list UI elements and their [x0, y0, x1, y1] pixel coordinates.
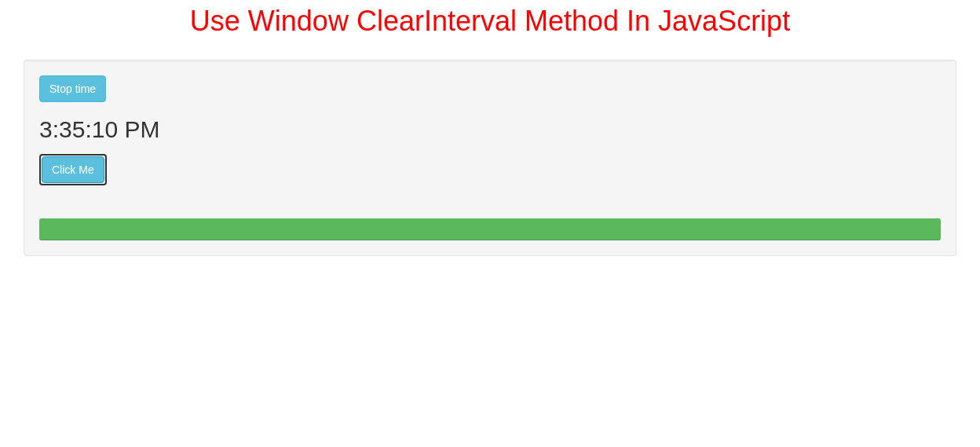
page-title: Use Window ClearInterval Method In JavaS… — [0, 5, 980, 38]
progress-bar — [39, 218, 941, 240]
click-me-button-wrap: Click Me — [39, 154, 107, 185]
stop-time-button[interactable]: Stop time — [39, 75, 106, 102]
main-panel: Stop time 3:35:10 PM Click Me — [24, 60, 956, 256]
click-me-button[interactable]: Click Me — [42, 156, 104, 183]
time-display: 3:35:10 PM — [39, 116, 941, 143]
